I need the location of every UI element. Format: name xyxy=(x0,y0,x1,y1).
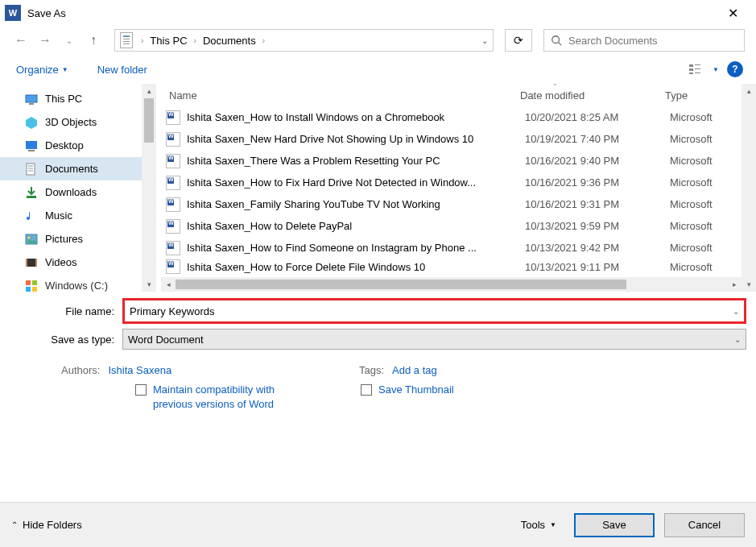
address-bar[interactable]: › This PC › Documents › ⌄ xyxy=(114,29,494,52)
sidebar-item-videos[interactable]: Videos xyxy=(0,251,156,274)
close-button[interactable]: ✕ xyxy=(714,0,751,26)
save-form: File name: ⌄ Save as type: Word Document… xyxy=(0,292,756,412)
scroll-down-icon[interactable]: ▾ xyxy=(742,277,756,292)
desktop-icon xyxy=(24,139,39,152)
view-options-button[interactable] xyxy=(685,61,704,77)
maintain-compatibility-checkbox[interactable] xyxy=(135,384,147,396)
sidebar-item-3d-objects[interactable]: 3D Objects xyxy=(0,110,156,134)
sidebar-item-windows-c[interactable]: Windows (C:) xyxy=(0,274,156,297)
chevron-down-icon: ⌄ xyxy=(734,335,741,344)
vertical-scrollbar[interactable]: ▴ ▾ xyxy=(742,84,756,292)
drive-icon xyxy=(24,280,39,292)
file-type: Microsoft xyxy=(670,242,713,254)
scroll-left-icon[interactable]: ◂ xyxy=(161,277,176,292)
chevron-right-icon[interactable]: › xyxy=(259,36,268,45)
music-icon xyxy=(24,209,39,222)
word-file-icon xyxy=(166,176,180,190)
file-row[interactable]: Ishita Saxen_How to Force Delete File Wi… xyxy=(156,259,756,275)
save-thumbnail-label[interactable]: Save Thumbnail xyxy=(378,383,454,397)
scroll-up-icon[interactable]: ▴ xyxy=(742,84,756,98)
svg-rect-4 xyxy=(689,73,693,74)
file-row[interactable]: Ishita Saxen_How to Find Someone on Inst… xyxy=(156,237,756,259)
file-row[interactable]: Ishita Saxen_Family Sharing YouTube TV N… xyxy=(156,193,756,215)
sidebar-scrollbar[interactable]: ▴ ▾ xyxy=(142,84,156,292)
file-row[interactable]: Ishita Saxen_How to Fix Hard Drive Not D… xyxy=(156,172,756,193)
file-name: Ishita Saxen_How to Install Windows on a… xyxy=(187,111,525,123)
word-file-icon xyxy=(166,132,180,147)
file-type: Microsoft xyxy=(670,155,713,167)
file-row[interactable]: Ishita Saxen_There Was a Problem Resetti… xyxy=(156,150,756,172)
svg-rect-20 xyxy=(26,259,37,267)
sidebar-item-documents[interactable]: Documents xyxy=(0,157,156,180)
documents-icon xyxy=(24,163,39,176)
file-date: 10/16/2021 9:36 PM xyxy=(525,176,670,189)
forward-button[interactable]: → xyxy=(35,31,55,50)
tools-menu[interactable]: Tools▼ xyxy=(521,519,564,531)
search-input[interactable]: Search Documents xyxy=(543,29,745,52)
word-file-icon xyxy=(166,197,180,212)
file-name: Ishita Saxen_Family Sharing YouTube TV N… xyxy=(187,198,525,210)
new-folder-button[interactable]: New folder xyxy=(94,60,151,79)
save-thumbnail-checkbox[interactable] xyxy=(361,384,372,396)
sidebar-item-downloads[interactable]: Downloads xyxy=(0,180,156,204)
dialog-footer: ⌃ Hide Folders Tools▼ Save Cancel xyxy=(0,502,756,547)
organize-menu[interactable]: Organize▼ xyxy=(13,60,72,79)
authors-value[interactable]: Ishita Saxena xyxy=(108,364,171,376)
file-row[interactable]: Ishita Saxen_How to Install Windows on a… xyxy=(156,106,756,128)
svg-line-1 xyxy=(559,43,562,46)
up-button[interactable]: ↑ xyxy=(84,31,103,50)
column-name[interactable]: Name xyxy=(166,89,520,102)
recent-locations-button[interactable]: ⌄ xyxy=(60,31,79,50)
file-name: Ishita Saxen_How to Find Someone on Inst… xyxy=(187,242,525,254)
refresh-button[interactable]: ⟳ xyxy=(505,29,532,52)
scroll-right-icon[interactable]: ▸ xyxy=(727,277,742,292)
sidebar-item-desktop[interactable]: Desktop xyxy=(0,134,156,157)
navigation-bar: ← → ⌄ ↑ › This PC › Documents › ⌄ ⟳ Sear… xyxy=(0,26,756,55)
chevron-right-icon[interactable]: › xyxy=(138,36,147,45)
search-placeholder: Search Documents xyxy=(568,35,658,47)
tags-value[interactable]: Add a tag xyxy=(392,364,437,376)
svg-rect-8 xyxy=(26,95,37,102)
breadcrumb-this-pc[interactable]: This PC xyxy=(147,35,190,47)
horizontal-scrollbar[interactable]: ◂ ▸ xyxy=(161,277,742,292)
filename-input[interactable] xyxy=(125,300,728,321)
help-button[interactable]: ? xyxy=(727,61,743,77)
word-app-icon: W xyxy=(5,5,21,21)
file-date: 10/13/2021 9:42 PM xyxy=(525,242,670,254)
save-button[interactable]: Save xyxy=(574,513,655,537)
address-dropdown-button[interactable]: ⌄ xyxy=(481,36,488,45)
hide-folders-button[interactable]: ⌃ Hide Folders xyxy=(11,519,82,531)
filename-field-wrapper: ⌄ xyxy=(122,298,746,324)
search-icon xyxy=(551,35,562,46)
maintain-compatibility-label[interactable]: Maintain compatibility with previous ver… xyxy=(153,383,290,412)
chevron-right-icon[interactable]: › xyxy=(191,36,200,45)
svg-rect-5 xyxy=(695,64,700,65)
word-file-icon xyxy=(166,219,180,234)
scroll-up-icon[interactable]: ▴ xyxy=(142,84,156,98)
savetype-dropdown[interactable]: Word Document ⌄ xyxy=(122,329,746,350)
file-row[interactable]: Ishita Saxen_How to Delete PayPal10/13/2… xyxy=(156,215,756,237)
filename-dropdown-button[interactable]: ⌄ xyxy=(728,307,744,316)
scrollbar-thumb[interactable] xyxy=(144,98,154,143)
file-row[interactable]: Ishita Saxen_New Hard Drive Not Showing … xyxy=(156,128,756,150)
file-date: 10/13/2021 9:59 PM xyxy=(525,220,670,232)
column-date[interactable]: ⌄Date modified xyxy=(520,89,665,102)
file-type: Microsoft xyxy=(670,198,713,210)
file-type: Microsoft xyxy=(670,133,713,145)
tags-label: Tags: xyxy=(359,364,384,376)
svg-rect-12 xyxy=(28,150,35,151)
file-date: 10/16/2021 9:31 PM xyxy=(525,198,670,210)
back-button[interactable]: ← xyxy=(11,31,31,50)
command-bar: Organize▼ New folder ▼ ? xyxy=(0,55,756,84)
file-name: Ishita Saxen_There Was a Problem Resetti… xyxy=(187,155,525,167)
cancel-button[interactable]: Cancel xyxy=(664,513,745,537)
scroll-down-icon[interactable]: ▾ xyxy=(142,277,156,292)
sidebar-item-music[interactable]: Music xyxy=(0,204,156,227)
svg-rect-24 xyxy=(32,280,37,285)
view-dropdown-icon[interactable]: ▼ xyxy=(713,66,719,73)
svg-rect-26 xyxy=(32,287,37,292)
breadcrumb-documents[interactable]: Documents xyxy=(200,35,259,47)
sidebar-item-this-pc[interactable]: This PC xyxy=(0,87,156,110)
sidebar-item-pictures[interactable]: Pictures xyxy=(0,227,156,251)
scrollbar-thumb[interactable] xyxy=(176,280,626,289)
